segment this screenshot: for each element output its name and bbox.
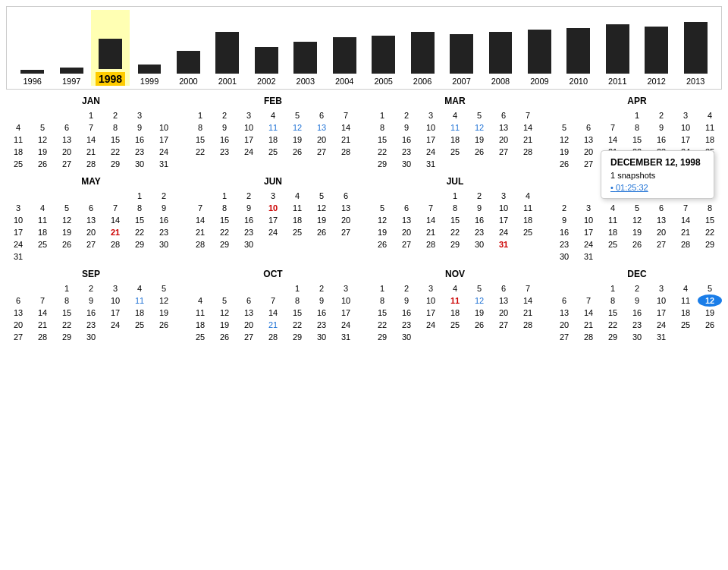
calendar-day[interactable]: 20 xyxy=(491,307,516,319)
calendar-day[interactable]: 12 xyxy=(370,214,394,226)
calendar-day[interactable]: 31 xyxy=(152,158,176,170)
calendar-day[interactable]: 26 xyxy=(698,319,722,331)
calendar-day[interactable]: 6 xyxy=(334,190,358,202)
calendar-day[interactable]: 18 xyxy=(698,134,722,146)
year-col-2001[interactable]: 2001 xyxy=(208,10,246,86)
calendar-day[interactable]: 8 xyxy=(212,202,237,214)
calendar-day[interactable]: 6 xyxy=(649,202,673,214)
calendar-day[interactable]: 5 xyxy=(467,109,491,121)
calendar-day[interactable]: 7 xyxy=(419,202,443,214)
calendar-day[interactable]: 17 xyxy=(237,134,261,146)
year-col-2004[interactable]: 2004 xyxy=(325,10,364,86)
calendar-day[interactable]: 17 xyxy=(152,134,176,146)
calendar-day[interactable]: 10 xyxy=(103,294,127,307)
calendar-day[interactable]: 11 xyxy=(30,214,55,226)
calendar-day[interactable]: 6 xyxy=(491,109,516,121)
calendar-day[interactable]: 12 xyxy=(625,214,649,226)
calendar-day[interactable]: 28 xyxy=(261,331,285,343)
calendar-day[interactable]: 30 xyxy=(237,238,261,250)
calendar-day[interactable]: 20 xyxy=(491,134,516,146)
calendar-day[interactable]: 11 xyxy=(443,121,467,134)
calendar-day[interactable]: 25 xyxy=(285,226,309,238)
calendar-day[interactable]: 2 xyxy=(212,109,237,121)
calendar-day[interactable]: 28 xyxy=(516,146,540,158)
calendar-day[interactable]: 17 xyxy=(103,307,127,319)
calendar-day[interactable]: 13 xyxy=(79,214,103,226)
calendar-day[interactable]: 9 xyxy=(394,121,419,134)
calendar-day[interactable]: 17 xyxy=(576,226,601,238)
calendar-day[interactable]: 5 xyxy=(698,282,722,294)
calendar-day[interactable]: 21 xyxy=(673,226,698,238)
calendar-day[interactable]: 23 xyxy=(394,146,419,158)
calendar-day[interactable]: 5 xyxy=(309,190,334,202)
calendar-day[interactable]: 15 xyxy=(443,214,467,226)
calendar-day[interactable]: 31 xyxy=(576,250,601,263)
calendar-day[interactable]: 13 xyxy=(552,307,576,319)
calendar-day[interactable]: 9 xyxy=(467,202,491,214)
calendar-day[interactable]: 10 xyxy=(6,214,30,226)
calendar-day[interactable]: 24 xyxy=(103,319,127,331)
year-col-2007[interactable]: 2007 xyxy=(442,10,481,86)
calendar-day[interactable]: 27 xyxy=(309,146,334,158)
calendar-day[interactable]: 26 xyxy=(30,158,55,170)
calendar-day[interactable]: 4 xyxy=(285,190,309,202)
calendar-day[interactable]: 20 xyxy=(334,214,358,226)
calendar-day[interactable]: 12 xyxy=(552,134,576,146)
calendar-day[interactable]: 29 xyxy=(443,238,467,250)
calendar-day[interactable]: 12 xyxy=(212,307,237,319)
calendar-day[interactable]: 2 xyxy=(649,109,673,121)
calendar-day[interactable]: 21 xyxy=(79,146,103,158)
calendar-day[interactable]: 20 xyxy=(309,134,334,146)
calendar-day[interactable]: 2 xyxy=(552,202,576,214)
calendar-day[interactable]: 30 xyxy=(79,331,103,343)
calendar-day[interactable]: 15 xyxy=(188,134,212,146)
calendar-day[interactable]: 15 xyxy=(55,307,79,319)
calendar-day[interactable]: 7 xyxy=(188,202,212,214)
calendar-day[interactable]: 5 xyxy=(625,202,649,214)
calendar-day[interactable]: 16 xyxy=(394,134,419,146)
calendar-day[interactable]: 7 xyxy=(30,294,55,307)
calendar-day[interactable]: 11 xyxy=(188,307,212,319)
calendar-day[interactable]: 17 xyxy=(491,214,516,226)
calendar-day[interactable]: 15 xyxy=(370,134,394,146)
calendar-day[interactable]: 22 xyxy=(370,319,394,331)
calendar-day[interactable]: 30 xyxy=(625,331,649,343)
calendar-day[interactable]: 12 xyxy=(55,214,79,226)
calendar-day[interactable]: 21 xyxy=(516,307,540,319)
calendar-day[interactable]: 7 xyxy=(334,109,358,121)
calendar-day[interactable]: 6 xyxy=(6,294,30,307)
calendar-day[interactable]: 4 xyxy=(443,109,467,121)
calendar-day[interactable]: 23 xyxy=(212,146,237,158)
calendar-day[interactable]: 10 xyxy=(152,121,176,134)
calendar-day[interactable]: 16 xyxy=(127,134,152,146)
calendar-day[interactable]: 1 xyxy=(55,282,79,294)
calendar-day[interactable]: 26 xyxy=(212,331,237,343)
calendar-day[interactable]: 4 xyxy=(188,294,212,307)
calendar-day[interactable]: 13 xyxy=(6,307,30,319)
calendar-day[interactable]: 9 xyxy=(649,121,673,134)
calendar-day[interactable]: 15 xyxy=(212,214,237,226)
calendar-day[interactable]: 24 xyxy=(6,238,30,250)
calendar-day[interactable]: 8 xyxy=(285,294,309,307)
calendar-day[interactable]: 23 xyxy=(127,146,152,158)
calendar-day[interactable]: 25 xyxy=(443,146,467,158)
calendar-day[interactable]: 14 xyxy=(419,214,443,226)
calendar-day[interactable]: 5 xyxy=(30,121,55,134)
calendar-day[interactable]: 15 xyxy=(370,307,394,319)
calendar-day[interactable]: 25 xyxy=(6,158,30,170)
calendar-day[interactable]: 17 xyxy=(261,214,285,226)
calendar-day[interactable]: 22 xyxy=(212,226,237,238)
calendar-day[interactable]: 29 xyxy=(212,238,237,250)
calendar-day[interactable]: 28 xyxy=(673,238,698,250)
year-col-2003[interactable]: 2003 xyxy=(286,10,325,86)
calendar-day[interactable]: 4 xyxy=(127,282,152,294)
calendar-day[interactable]: 24 xyxy=(237,146,261,158)
year-col-2012[interactable]: 2012 xyxy=(637,10,676,86)
calendar-day[interactable]: 22 xyxy=(103,146,127,158)
calendar-day[interactable]: 31 xyxy=(491,238,516,250)
calendar-day[interactable]: 23 xyxy=(152,226,176,238)
calendar-day[interactable]: 15 xyxy=(601,307,625,319)
calendar-day[interactable]: 30 xyxy=(152,238,176,250)
calendar-day[interactable]: 8 xyxy=(103,121,127,134)
calendar-day[interactable]: 18 xyxy=(188,319,212,331)
